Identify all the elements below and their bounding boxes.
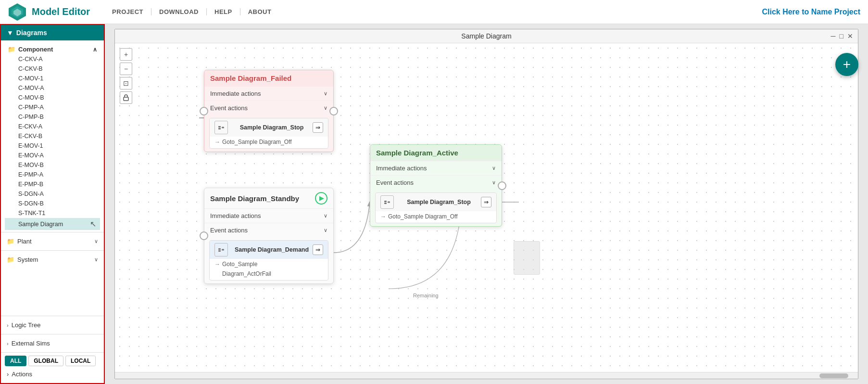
sidebar-tree: 📁 Component ∧ C-CKV-A C-CKV-B C-MOV-1 C-…	[1, 40, 104, 316]
failed-event-name: Sample Diagram_Stop	[240, 124, 304, 131]
sidebar-item[interactable]: E-PMP-B	[5, 179, 100, 189]
diagram-scrollbar[interactable]	[115, 372, 858, 379]
standby-state-title: Sample Diagram_Standby	[210, 194, 299, 203]
sidebar-item[interactable]: C-MOV-A	[5, 83, 100, 93]
split-icon-2	[218, 246, 225, 253]
filter-global-btn[interactable]: GLOBAL	[28, 356, 63, 366]
fit-button[interactable]: ⊡	[120, 77, 132, 90]
canvas-area: + Sample Diagram ─ □ ✕ + − ⊡	[105, 24, 868, 384]
sidebar-diagrams-header[interactable]: ▼ Diagrams	[1, 25, 104, 40]
sidebar-item[interactable]: S-TNK-T1	[5, 208, 100, 218]
component-collapse-icon: ∧	[93, 46, 97, 53]
svg-rect-9	[218, 250, 221, 252]
standby-event-item: Sample Diagram_Demand ⇒ → Goto_Sample Di…	[209, 240, 328, 281]
maximize-button[interactable]: □	[840, 33, 843, 39]
sidebar-item[interactable]: C-PMP-B	[5, 112, 100, 122]
logic-tree-label: Logic Tree	[12, 321, 41, 329]
svg-rect-5	[218, 126, 221, 128]
nav-help[interactable]: HELP	[207, 8, 240, 15]
logic-tree-section: › Logic Tree	[1, 316, 104, 334]
standby-event-action: → Goto_Sample	[210, 259, 328, 270]
component-group: 📁 Component ∧ C-CKV-A C-CKV-B C-MOV-1 C-…	[1, 42, 104, 232]
failed-side-icon[interactable]	[214, 121, 228, 134]
failed-event-actions-label: Event actions	[210, 104, 248, 112]
lock-button[interactable]	[120, 91, 132, 104]
failed-immediate-actions-row[interactable]: Immediate actions ∨	[204, 86, 333, 101]
component-group-header[interactable]: 📁 Component ∧	[5, 44, 100, 54]
diagram-canvas: + − ⊡	[115, 43, 858, 372]
nav-about[interactable]: ABOUT	[240, 8, 279, 15]
port-right-failed	[329, 107, 338, 115]
close-button[interactable]: ✕	[847, 33, 853, 39]
active-state-node: Sample Diagram_Active Immediate actions …	[370, 144, 502, 227]
minimize-button[interactable]: ─	[831, 33, 836, 39]
sidebar-item[interactable]: E-MOV-B	[5, 160, 100, 170]
standby-event-export-icon[interactable]: ⇒	[313, 244, 323, 255]
diagram-titlebar: Sample Diagram ─ □ ✕	[115, 29, 858, 43]
sidebar-item[interactable]: E-PMP-A	[5, 170, 100, 179]
chevron-down-icon: ▼	[7, 29, 13, 37]
chevron-icon: ∨	[324, 213, 327, 219]
standby-state-body: Immediate actions ∨ Event actions ∨	[204, 208, 333, 281]
plant-expand-icon: ∨	[94, 238, 98, 244]
standby-immediate-actions-row[interactable]: Immediate actions ∨	[204, 208, 333, 223]
zoom-in-button[interactable]: +	[120, 48, 132, 61]
external-sims-header[interactable]: › External Sims	[1, 337, 104, 349]
active-event-actions-label: Event actions	[376, 179, 414, 186]
sidebar-item[interactable]: E-CKV-B	[5, 131, 100, 141]
failed-event-actions-row[interactable]: Event actions ∨	[204, 101, 333, 115]
actions-section[interactable]: › Actions	[5, 368, 100, 380]
standby-immediate-actions-label: Immediate actions	[210, 212, 261, 219]
sidebar-item[interactable]: C-MOV-1	[5, 74, 100, 83]
plant-section: 📁 Plant ∨	[1, 232, 104, 250]
sidebar-item[interactable]: S-DGN-B	[5, 199, 100, 208]
active-event-item: Sample Diagram_Stop ⇒ → Goto_Sample Diag…	[375, 192, 497, 223]
scrollbar-thumb	[819, 373, 848, 378]
folder-icon-plant: 📁	[7, 238, 14, 245]
failed-state-node: Sample Diagram_Failed Immediate actions …	[204, 70, 334, 152]
standby-event-actions-row[interactable]: Event actions ∨	[204, 223, 333, 237]
diagram-controls: ─ □ ✕	[831, 33, 853, 39]
zoom-out-button[interactable]: −	[120, 63, 132, 75]
sidebar-item[interactable]: E-MOV-A	[5, 151, 100, 160]
folder-icon-system: 📁	[7, 256, 14, 263]
sidebar-item[interactable]: C-CKV-B	[5, 64, 100, 74]
active-immediate-actions-row[interactable]: Immediate actions ∨	[370, 161, 502, 175]
standby-action-label-2: Diagram_ActOrFail	[214, 270, 271, 277]
svg-rect-10	[222, 249, 224, 251]
play-icon[interactable]: ▶	[315, 192, 327, 205]
diagram-title: Sample Diagram	[461, 32, 511, 40]
sidebar-item[interactable]: E-MOV-1	[5, 141, 100, 151]
failed-state-body: Immediate actions ∨ Event actions ∨	[204, 86, 333, 149]
sidebar-item[interactable]: C-MOV-B	[5, 93, 100, 102]
sidebar-item[interactable]: C-CKV-A	[5, 54, 100, 64]
nav-download[interactable]: DOWNLOAD	[151, 8, 207, 15]
fab-add-button[interactable]: +	[835, 53, 858, 76]
sidebar-item-sample-diagram[interactable]: Sample Diagram ↖	[5, 218, 100, 230]
plant-header[interactable]: 📁 Plant ∨	[1, 235, 104, 247]
logic-tree-header[interactable]: › Logic Tree	[1, 319, 104, 331]
sidebar-item[interactable]: C-PMP-A	[5, 102, 100, 112]
active-side-icon[interactable]	[380, 195, 394, 209]
svg-rect-11	[384, 201, 387, 202]
system-header[interactable]: 📁 System ∨	[1, 254, 104, 266]
chevron-icon: ∨	[324, 227, 327, 233]
nav-project[interactable]: PROJECT	[104, 8, 151, 15]
failed-state-title: Sample Diagram_Failed	[210, 74, 291, 82]
system-section: 📁 System ∨	[1, 250, 104, 269]
sidebar: ▼ Diagrams 📁 Component ∧ C-CKV-A C-CKV-B…	[0, 24, 105, 384]
diagrams-label: Diagrams	[16, 29, 47, 37]
component-label: Component	[18, 46, 53, 53]
sidebar-item[interactable]: S-DGN-A	[5, 189, 100, 199]
failed-event-export-icon[interactable]: ⇒	[313, 122, 323, 133]
active-event-actions-row[interactable]: Event actions ∨	[370, 175, 502, 190]
filter-all-btn[interactable]: ALL	[5, 356, 26, 366]
filter-local-btn[interactable]: LOCAL	[65, 356, 96, 366]
project-name-link[interactable]: Click Here to Name Project	[762, 8, 860, 16]
standby-side-icon[interactable]	[214, 243, 228, 256]
sidebar-item[interactable]: E-CKV-A	[5, 122, 100, 131]
failed-event-action: → Goto_Sample Diagram_Off	[210, 137, 328, 148]
active-event-export-icon[interactable]: ⇒	[481, 197, 491, 207]
chevron-icon: ∨	[492, 179, 496, 186]
chevron-icon: ∨	[324, 105, 327, 111]
